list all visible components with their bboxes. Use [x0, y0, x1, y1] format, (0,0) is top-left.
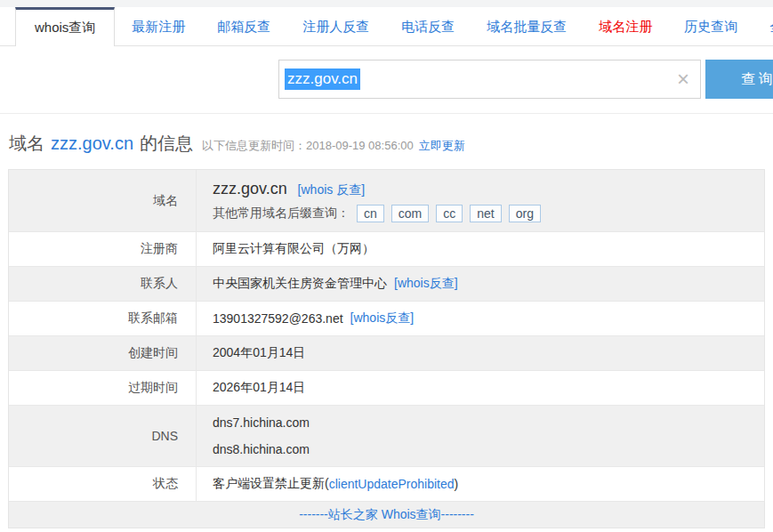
dns-value-1: dns7.hichina.com [213, 409, 310, 436]
tab-domain-registration[interactable]: 域名注册 [599, 7, 652, 45]
tab-phone-reverse-lookup[interactable]: 电话反查 [401, 7, 455, 45]
domain-line: zzz.gov.cn [whois 反查] [213, 180, 365, 198]
row-label: 注册商 [9, 232, 197, 266]
expiry-date-value: 2026年01月14日 [197, 371, 764, 405]
suffix-button-net[interactable]: net [470, 205, 501, 222]
table-row-dns: DNS dns7.hichina.com dns8.hichina.com [9, 405, 764, 466]
tab-domain-batch-reverse-lookup[interactable]: 域名批量反查 [487, 7, 567, 45]
row-label: 状态 [9, 467, 197, 501]
registrar-value: 阿里云计算有限公司（万网） [197, 232, 764, 266]
row-label: DNS [9, 406, 197, 466]
top-strip [0, 0, 773, 7]
status-cell: 客户端设置禁止更新(clientUpdateProhibited) [197, 467, 764, 501]
footer-source-text: -------站长之家 Whois查询-------- [9, 502, 764, 528]
search-box: zzz.gov.cn × 查询 [278, 60, 773, 99]
table-row-email: 联系邮箱 13901327592@263.net [whois反查] [9, 301, 764, 335]
title-prefix: 域名 [9, 132, 44, 156]
update-time-note: 以下信息更新时间：2018-09-19 08:56:00 [202, 138, 414, 154]
row-label: 联系邮箱 [9, 302, 197, 335]
tab-bar: whois查询 最新注册 邮箱反查 注册人反查 电话反查 域名批量反查 域名注册… [0, 7, 773, 46]
search-section: zzz.gov.cn × 查询 [0, 46, 773, 114]
domain-value: zzz.gov.cn [213, 180, 287, 197]
dns-value-2: dns8.hichina.com [213, 436, 310, 463]
suffix-button-cn[interactable]: cn [357, 205, 384, 222]
whois-info-table: 域名 zzz.gov.cn [whois 反查] 其他常用域名后缀查询： cn … [8, 169, 765, 528]
tab-global-domains[interactable]: 全球域名 [769, 7, 773, 45]
page-title: 域名 zzz.gov.cn 的信息 以下信息更新时间：2018-09-19 08… [9, 132, 773, 156]
dns-cell: dns7.hichina.com dns8.hichina.com [197, 406, 764, 466]
suffix-button-org[interactable]: org [509, 205, 541, 222]
contact-value: 中央国家机关住房资金管理中心 [213, 276, 387, 292]
email-value: 13901327592@263.net [213, 311, 343, 326]
tab-whois-lookup[interactable]: whois查询 [15, 7, 115, 46]
search-button[interactable]: 查询 [705, 60, 773, 99]
status-value-suffix: ) [455, 477, 459, 491]
whois-reverse-link[interactable]: [whois 反查] [298, 182, 365, 197]
suffix-button-cc[interactable]: cc [436, 205, 463, 222]
title-domain-link[interactable]: zzz.gov.cn [51, 133, 133, 154]
email-whois-reverse-link[interactable]: [whois反查] [350, 310, 415, 326]
clear-icon[interactable]: × [677, 69, 689, 90]
table-row-registrar: 注册商 阿里云计算有限公司（万网） [9, 231, 764, 266]
status-code-link[interactable]: clientUpdateProhibited [329, 477, 455, 491]
table-row-creation-date: 创建时间 2004年01月14日 [9, 335, 764, 370]
contact-cell: 中央国家机关住房资金管理中心 [whois反查] [197, 267, 764, 301]
suffix-query-line: 其他常用域名后缀查询： cn com cc net org [213, 205, 541, 222]
status-value-prefix: 客户端设置禁止更新( [213, 476, 329, 492]
table-row-domain: 域名 zzz.gov.cn [whois 反查] 其他常用域名后缀查询： cn … [9, 170, 764, 231]
row-label: 创建时间 [9, 336, 197, 370]
creation-date-value: 2004年01月14日 [197, 336, 764, 370]
tab-history-lookup[interactable]: 历史查询 [684, 7, 737, 45]
suffix-button-com[interactable]: com [391, 205, 429, 222]
tab-email-reverse-lookup[interactable]: 邮箱反查 [217, 7, 270, 45]
search-input[interactable]: zzz.gov.cn × [278, 60, 701, 99]
table-row-contact: 联系人 中央国家机关住房资金管理中心 [whois反查] [9, 266, 764, 301]
domain-cell: zzz.gov.cn [whois 反查] 其他常用域名后缀查询： cn com… [197, 170, 764, 231]
tab-registrant-reverse-lookup[interactable]: 注册人反查 [302, 7, 369, 45]
table-row-expiry-date: 过期时间 2026年01月14日 [9, 370, 764, 405]
table-footer-row: -------站长之家 Whois查询-------- [9, 501, 764, 528]
search-input-selected-text: zzz.gov.cn [285, 69, 360, 90]
row-label: 过期时间 [9, 371, 197, 405]
row-label: 域名 [9, 170, 197, 231]
table-row-status: 状态 客户端设置禁止更新(clientUpdateProhibited) [9, 466, 764, 501]
tab-latest-registrations[interactable]: 最新注册 [132, 7, 185, 45]
update-now-link[interactable]: 立即更新 [419, 138, 465, 154]
email-cell: 13901327592@263.net [whois反查] [197, 302, 764, 335]
suffix-query-label: 其他常用域名后缀查询： [213, 206, 350, 222]
row-label: 联系人 [9, 267, 197, 301]
title-suffix: 的信息 [140, 132, 193, 156]
contact-whois-reverse-link[interactable]: [whois反查] [394, 276, 458, 292]
